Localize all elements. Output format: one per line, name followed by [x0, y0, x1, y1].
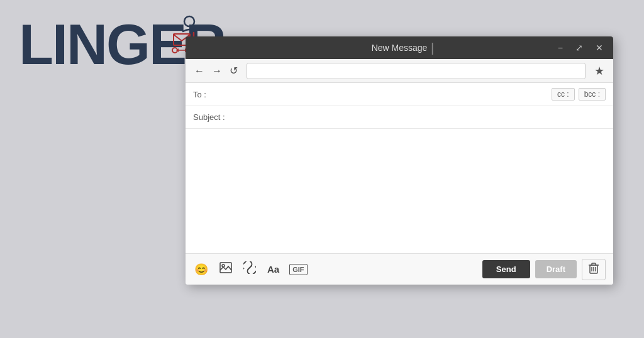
- subject-row: Subject :: [186, 106, 613, 129]
- titlebar-controls: − ⤢ ✕: [555, 42, 606, 53]
- gif-button[interactable]: GIF: [289, 264, 307, 275]
- toolbar-actions: Send Draft: [482, 259, 606, 280]
- forward-button[interactable]: →: [208, 63, 226, 79]
- maximize-button[interactable]: ⤢: [573, 42, 586, 53]
- titlebar-divider: |: [431, 41, 434, 55]
- compose-window: New Message | − ⤢ ✕ ← → ↺ ★ To : cc : bc…: [186, 36, 613, 285]
- emoji-button[interactable]: 😊: [193, 261, 209, 278]
- draft-button[interactable]: Draft: [535, 260, 577, 278]
- navbar: ← → ↺ ★: [186, 59, 613, 83]
- address-bar: [247, 63, 586, 79]
- font-button[interactable]: Aa: [266, 263, 280, 276]
- to-row: To : cc : bcc :: [186, 83, 613, 106]
- send-button[interactable]: Send: [482, 260, 530, 278]
- compose-body: [186, 129, 613, 253]
- subject-label: Subject :: [193, 112, 228, 122]
- delete-button[interactable]: [582, 259, 606, 280]
- compose-fields: To : cc : bcc : Subject :: [186, 83, 613, 129]
- to-label: To :: [193, 90, 228, 99]
- to-input[interactable]: [228, 90, 552, 99]
- bcc-button[interactable]: bcc :: [579, 88, 606, 101]
- subject-input[interactable]: [228, 112, 606, 122]
- reload-button[interactable]: ↺: [226, 62, 242, 79]
- image-button[interactable]: [218, 261, 233, 278]
- back-button[interactable]: ←: [191, 63, 208, 79]
- cc-button[interactable]: cc :: [552, 88, 575, 101]
- minimize-button[interactable]: −: [555, 42, 565, 53]
- window-title: New Message: [372, 43, 428, 53]
- link-button[interactable]: [242, 260, 257, 278]
- star-button[interactable]: ★: [591, 63, 608, 79]
- cc-bcc-buttons: cc : bcc :: [552, 88, 606, 101]
- svg-point-0: [184, 16, 194, 26]
- compose-textarea[interactable]: [193, 136, 606, 243]
- toolbar-icon-group: 😊 Aa GIF: [193, 260, 482, 278]
- svg-line-15: [248, 266, 252, 270]
- titlebar: New Message | − ⤢ ✕: [186, 36, 613, 59]
- close-button[interactable]: ✕: [593, 42, 606, 53]
- compose-toolbar: 😊 Aa GIF: [186, 253, 613, 285]
